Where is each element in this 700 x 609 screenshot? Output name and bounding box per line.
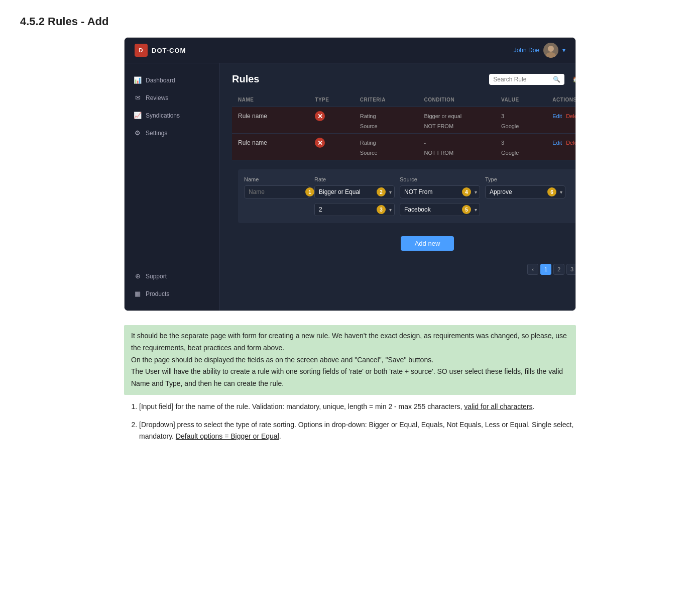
sidebar-item-label: Support — [146, 273, 167, 280]
dashboard-icon: 📊 — [134, 76, 142, 84]
badge-3: 3 — [377, 205, 386, 214]
page-btn-1[interactable]: 1 — [540, 264, 551, 275]
badge-6: 6 — [547, 187, 556, 196]
page-btn-2[interactable]: 2 — [553, 264, 564, 275]
products-icon: ▦ — [134, 290, 142, 297]
add-new-row: Add new — [232, 228, 576, 259]
sidebar-item-settings[interactable]: ⚙ Settings — [125, 124, 219, 142]
row1-delete[interactable]: Delete — [566, 113, 576, 119]
badge-2: 2 — [377, 187, 386, 196]
badge-5: 5 — [462, 205, 471, 214]
list-item-2-highlight: Default options = Bigger or Equal — [176, 432, 279, 440]
rules-title: Rules — [232, 73, 259, 85]
breadcrumb: 🏠 Home › Rules — [572, 76, 576, 83]
search-box[interactable]: 🔍 — [489, 74, 564, 85]
row1-edit[interactable]: Edit — [552, 113, 562, 119]
row2-name: Rule name — [238, 139, 315, 146]
rules-header: Rules 🔍 🏠 Home › Rules — [232, 73, 576, 85]
row2-actions: Edit Delete — [552, 140, 576, 146]
sidebar-item-reviews[interactable]: ✉ Reviews — [125, 89, 219, 107]
row1-remove-btn[interactable]: ✕ — [315, 111, 325, 121]
add-new-button[interactable]: Add new — [401, 236, 454, 251]
topbar-user[interactable]: John Doe ▾ — [514, 43, 565, 58]
sidebar-item-label: Reviews — [146, 94, 168, 102]
col-type: TYPE — [315, 97, 360, 103]
reviews-icon: ✉ — [134, 94, 142, 102]
col-criteria: CRITERIA — [360, 97, 424, 103]
app-screenshot: D DOT-COM John Doe ▾ 📊 Dashboard — [124, 37, 576, 311]
row1-criteria2: Source — [360, 123, 424, 129]
row1-value2: Google — [501, 123, 552, 129]
form-label-type: Type — [485, 176, 565, 182]
pagination: ‹ 1 2 3 4 5 › — [232, 259, 576, 280]
sidebar-item-label: Syndications — [146, 112, 180, 119]
form-label-name: Name — [244, 176, 309, 182]
sidebar-item-dashboard[interactable]: 📊 Dashboard — [125, 71, 219, 89]
list-item-2: [Dropdown] press to select the type of r… — [139, 419, 576, 442]
badge-1: 1 — [305, 187, 314, 196]
table-header: NAME TYPE CRITERIA CONDITION VALUE ACTIO… — [232, 93, 576, 107]
col-condition: CONDITION — [424, 97, 501, 103]
logo-icon: D — [135, 44, 148, 57]
support-icon: ⊕ — [134, 272, 142, 280]
settings-icon: ⚙ — [134, 129, 142, 137]
sidebar-item-label: Settings — [146, 130, 167, 137]
row1-value1: 3 — [501, 113, 552, 119]
search-icon: 🔍 — [553, 76, 560, 83]
topbar-logo: D DOT-COM — [135, 44, 186, 57]
topbar: D DOT-COM John Doe ▾ — [125, 38, 575, 63]
page-btn-3[interactable]: 3 — [566, 264, 576, 275]
row2-delete[interactable]: Delete — [566, 140, 576, 146]
avatar — [543, 43, 558, 58]
col-name: NAME — [238, 97, 315, 103]
page-title: 4.5.2 Rules - Add — [20, 15, 680, 28]
logo-text: DOT-COM — [152, 47, 186, 54]
row1-name: Rule name — [238, 113, 315, 120]
row1-criteria1: Rating — [360, 113, 424, 119]
form-label-rate: Rate — [314, 176, 395, 182]
row2-condition1: - — [424, 140, 501, 146]
sidebar-item-support[interactable]: ⊕ Support — [125, 267, 219, 285]
rules-header-right: 🔍 🏠 Home › Rules — [489, 74, 576, 85]
add-form-row: Name Rate Source Type 1 — [238, 169, 576, 223]
badge-4: 4 — [462, 187, 471, 196]
home-icon: 🏠 — [572, 76, 576, 83]
rules-table: NAME TYPE CRITERIA CONDITION VALUE ACTIO… — [232, 93, 576, 280]
row1-actions: Edit Delete — [552, 113, 576, 119]
sidebar: 📊 Dashboard ✉ Reviews 📈 Syndications ⚙ S… — [125, 63, 220, 311]
svg-point-0 — [548, 46, 554, 52]
desc-list: [Input field] for the name of the rule. … — [139, 401, 576, 442]
user-name: John Doe — [514, 47, 539, 54]
form-label-source: Source — [400, 176, 480, 182]
row1-condition1: Bigger or equal — [424, 113, 501, 119]
row2-value2: Google — [501, 150, 552, 156]
row1-condition2: NOT FROM — [424, 123, 501, 129]
search-input[interactable] — [493, 76, 551, 83]
desc-para1: It should be the separate page with form… — [124, 325, 576, 395]
sidebar-item-label: Dashboard — [146, 77, 175, 84]
sidebar-item-syndications[interactable]: 📈 Syndications — [125, 107, 219, 124]
app-body: 📊 Dashboard ✉ Reviews 📈 Syndications ⚙ S… — [125, 63, 575, 311]
col-actions: ACTIONS — [552, 97, 576, 103]
syndications-icon: 📈 — [134, 112, 142, 119]
sidebar-item-label: Products — [146, 290, 169, 297]
dropdown-icon: ▾ — [562, 47, 565, 54]
sidebar-item-products[interactable]: ▦ Products — [125, 285, 219, 302]
row2-criteria1: Rating — [360, 140, 424, 146]
list-item-1: [Input field] for the name of the rule. … — [139, 401, 576, 412]
prev-page-btn[interactable]: ‹ — [527, 264, 538, 275]
list-item-1-text: [Input field] for the name of the rule. … — [139, 402, 464, 411]
row2-condition2: NOT FROM — [424, 150, 501, 156]
row2-value1: 3 — [501, 140, 552, 146]
form-actions: Cancel Save — [570, 185, 576, 199]
description-block: It should be the separate page with form… — [124, 325, 576, 442]
row2-edit[interactable]: Edit — [552, 140, 562, 146]
col-value: VALUE — [501, 97, 552, 103]
svg-point-1 — [546, 52, 556, 58]
list-item-1-highlight: valid for all characters — [464, 402, 532, 411]
row2-remove-btn[interactable]: ✕ — [315, 138, 325, 148]
table-row: Rule name ✕ Rating - 3 Edit Delete Sou — [232, 134, 576, 160]
row2-criteria2: Source — [360, 150, 424, 156]
name-input[interactable] — [244, 185, 309, 198]
table-row: Rule name ✕ Rating Bigger or equal 3 Edi… — [232, 107, 576, 134]
